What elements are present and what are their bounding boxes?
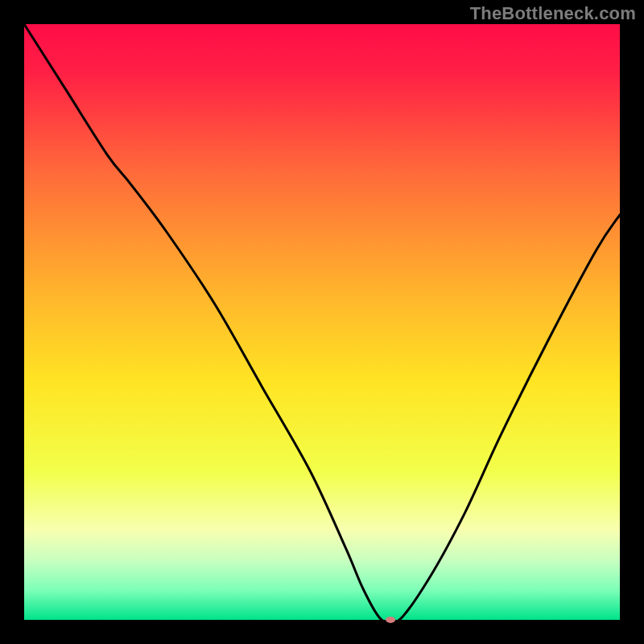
chart-svg xyxy=(0,0,644,644)
chart-container: TheBottleneck.com xyxy=(0,0,644,644)
optimal-marker xyxy=(386,617,395,623)
plot-area xyxy=(24,24,620,620)
watermark-text: TheBottleneck.com xyxy=(470,3,636,24)
